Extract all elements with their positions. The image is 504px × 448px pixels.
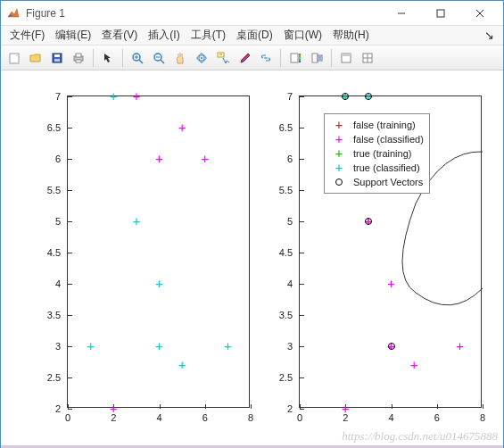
y-tick-label: 7 [55,91,61,102]
data-point [388,343,395,350]
y-tick-label: 2 [55,403,61,414]
tick-mark [68,346,72,347]
y-tick-label: 6 [287,153,293,164]
tick-mark [68,284,72,285]
tick-mark [68,315,72,316]
pan-icon[interactable] [170,48,190,68]
titlebar-left: Figure 1 [6,6,65,21]
data-cursor-icon[interactable] [213,48,233,68]
menu-edit[interactable]: 编辑(E) [50,26,96,45]
data-point: + [365,215,372,228]
open-icon[interactable] [26,48,45,68]
y-tick-label: 5.5 [279,185,293,195]
y-tick-label: 2.5 [47,372,61,383]
tick-mark [68,159,72,160]
brush-icon[interactable] [235,48,254,68]
x-tick-label: 8 [248,412,253,423]
data-point: + [342,90,349,104]
tick-mark [345,404,346,409]
new-figure-icon[interactable] [4,48,24,68]
tick-mark [68,190,72,191]
svg-line-16 [161,60,164,63]
y-tick-label: 4 [287,278,293,289]
dock-toggle-icon[interactable]: ↘ [479,29,500,42]
svg-rect-9 [76,54,81,57]
figure-canvas[interactable]: 0246822.533.544.555.566.57++++++++++++ 0… [1,71,503,445]
tick-mark [392,404,392,409]
tick-mark [300,284,304,285]
tick-mark [300,253,304,253]
menubar: 文件(F) 编辑(E) 查看(V) 插入(I) 工具(T) 桌面(D) 窗口(W… [1,26,503,46]
tick-mark [300,128,304,129]
legend-label: false (classified) [353,134,424,145]
svg-rect-24 [299,54,301,62]
x-tick-label: 0 [297,412,302,423]
rotate-icon[interactable] [192,48,211,68]
data-point: + [110,90,117,104]
figure-toolbar [1,46,503,71]
maximize-button[interactable] [421,2,460,25]
legend-label: Support Vectors [353,177,423,187]
menu-desktop[interactable]: 桌面(D) [231,26,278,45]
menu-insert[interactable]: 插入(I) [143,26,185,45]
colorbar-icon[interactable] [285,48,305,68]
y-tick-label: 4.5 [279,247,293,258]
legend-item: +true (classified) [330,161,424,175]
svg-rect-26 [318,55,322,61]
titlebar: Figure 1 [1,1,503,26]
data-point [365,93,372,100]
tick-mark [251,404,252,409]
tick-mark [483,404,483,409]
tick-mark [68,409,72,410]
legend-marker: + [330,133,348,145]
axes-1[interactable]: 0246822.533.544.555.566.57++++++++++++ [67,95,250,408]
zoom-out-icon[interactable] [149,48,169,68]
x-tick-label: 2 [111,412,116,423]
data-point: + [365,215,372,228]
menu-window[interactable]: 窗口(W) [278,26,327,45]
y-tick-label: 6.5 [279,122,293,133]
menu-help[interactable]: 帮助(H) [327,26,375,45]
subplot-icon[interactable] [358,48,377,68]
zoom-in-icon[interactable] [128,48,147,68]
legend-label: false (training) [353,120,416,130]
y-tick-label: 4 [55,278,61,289]
tick-mark [68,221,72,222]
hide-tools-icon[interactable] [336,48,356,68]
tick-mark [300,221,304,222]
menu-tools[interactable]: 工具(T) [186,26,231,45]
data-point: + [133,215,140,228]
edit-arrow-icon[interactable] [98,48,118,68]
x-tick-label: 6 [202,412,208,423]
data-point: + [87,340,94,353]
data-point: + [178,121,186,135]
legend[interactable]: +false (training)+false (classified)+tru… [324,113,430,194]
x-tick-label: 0 [65,412,70,423]
save-icon[interactable] [47,48,67,68]
print-icon[interactable] [69,48,88,68]
data-point: + [155,153,162,166]
tick-mark [300,409,304,410]
legend-marker: + [330,162,348,174]
close-button[interactable] [460,2,500,25]
y-tick-label: 3.5 [47,310,61,320]
legend-item: +false (training) [330,118,424,132]
link-icon[interactable] [256,48,276,68]
window-title: Figure 1 [26,7,65,20]
y-tick-label: 3 [55,341,61,352]
data-point: + [387,278,394,291]
tick-mark [68,377,72,378]
menu-view[interactable]: 查看(V) [96,26,143,45]
legend-label: true (classified) [353,162,420,173]
data-point: + [410,359,417,372]
figure-window: Figure 1 文件(F) 编辑(E) 查看(V) 插入(I) 工具(T) 桌… [0,0,504,448]
data-point: + [387,340,394,353]
legend-icon[interactable] [307,48,326,68]
minimize-button[interactable] [382,2,421,25]
data-point [365,218,372,225]
svg-rect-25 [312,54,318,62]
data-point [342,93,349,100]
y-tick-label: 6.5 [47,122,61,133]
menu-file[interactable]: 文件(F) [4,26,50,45]
y-tick-label: 4.5 [47,247,61,258]
